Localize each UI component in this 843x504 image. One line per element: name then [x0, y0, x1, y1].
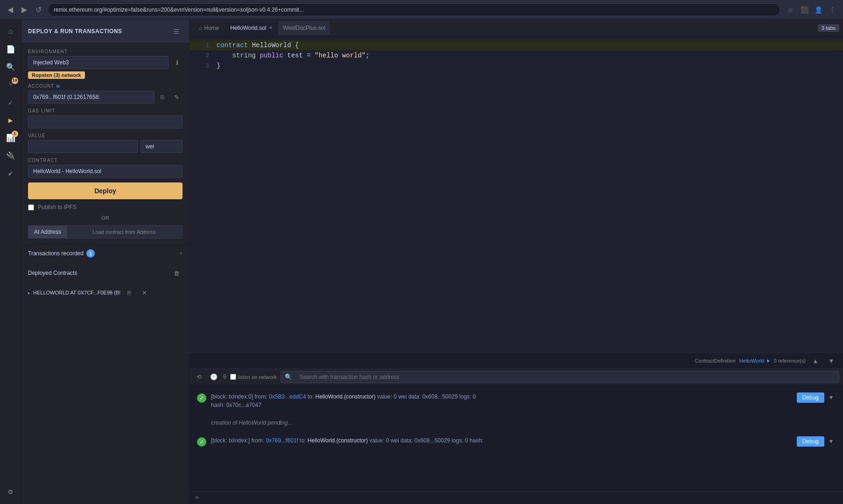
environment-row: Injected Web3 ℹ: [28, 56, 183, 69]
panel-content: ENVIRONMENT Injected Web3 ℹ Ropsten (3) …: [21, 43, 189, 244]
account-row: 0x769...f601f (0.12617658: ⎘ ✎: [28, 91, 183, 104]
environment-select[interactable]: Injected Web3: [28, 56, 169, 69]
at-address-button[interactable]: At Address: [28, 225, 67, 238]
search-bar[interactable]: 🔍: [281, 371, 839, 383]
instance-copy-icon[interactable]: ⎘: [123, 287, 135, 299]
expand-button-2[interactable]: ▾: [826, 436, 836, 446]
msg-actions-1: Debug ▾: [797, 392, 836, 403]
code-editor[interactable]: 1 contract HelloWorld { 2 string public …: [190, 36, 843, 352]
expand-button-1[interactable]: ▾: [826, 392, 836, 402]
account-copy-icon[interactable]: ⎘: [156, 91, 169, 103]
sidebar-icon-home[interactable]: ⌂: [2, 23, 19, 40]
browser-chrome: ◀ ▶ ↺ remix.ethereum.org/#optimize=false…: [0, 0, 843, 504]
sidebar-icon-plugins[interactable]: 🔌: [2, 147, 19, 164]
value-input[interactable]: 0: [28, 140, 138, 153]
tabs-count[interactable]: 3 tabs: [818, 24, 839, 32]
publish-ipfs-row: Publish to IPFS: [28, 204, 183, 210]
refresh-button[interactable]: ↺: [33, 4, 44, 15]
address-bar[interactable]: remix.ethereum.org/#optimize=false&runs=…: [48, 3, 780, 16]
output-area: ⟲ 🕐 0 listen on network 🔍: [190, 369, 843, 504]
output-msg-pending: creation of HelloWorld pending...: [193, 415, 839, 431]
contract-def-name: HelloWorld ➤: [739, 358, 770, 364]
line-number-3: 3: [195, 63, 209, 70]
contract-def-label: ContractDefinition: [695, 358, 735, 364]
terminal-prompt[interactable]: >: [190, 491, 843, 504]
collapse-ref-icon[interactable]: ▼: [825, 355, 837, 367]
sidebar-icon-settings[interactable]: ⚙: [2, 483, 19, 500]
code-content-1: contract HelloWorld {: [217, 42, 299, 49]
editor-bottom: ContractDefinition HelloWorld ➤ 0 refere…: [190, 352, 843, 504]
expand-ref-icon[interactable]: ▲: [809, 355, 822, 367]
back-button[interactable]: ◀: [5, 4, 16, 15]
success-icon-1: ✓: [197, 393, 206, 403]
value-unit-select[interactable]: wei gwei finney ether: [140, 140, 183, 153]
editor-area: ⌂ Home HelloWorld.sol ✕ WeldDocPlus.sol …: [190, 20, 843, 504]
success-icon-2: ✓: [197, 437, 206, 447]
tx-count-badge: 1: [86, 249, 95, 258]
sidebar-icon-git[interactable]: ⑂ 19: [2, 77, 19, 93]
value-label: VALUE: [28, 133, 183, 138]
gas-limit-input[interactable]: 3000000: [28, 115, 183, 128]
sidebar-icon-test[interactable]: ✔: [2, 165, 19, 182]
msg-hash-1: hash: 0x70c...a7047: [211, 402, 261, 408]
publish-ipfs-checkbox[interactable]: [28, 204, 34, 210]
account-edit-icon[interactable]: ✎: [170, 91, 183, 103]
extensions-icon[interactable]: ⬛: [798, 4, 810, 16]
sidebar-icon-deploy[interactable]: ▶: [2, 112, 19, 129]
helloworld-tab-close-icon[interactable]: ✕: [269, 25, 273, 30]
environment-info-icon[interactable]: ℹ: [171, 56, 183, 69]
network-badge: Ropsten (3) network: [28, 71, 85, 79]
transactions-chevron-icon: ▾: [180, 251, 183, 256]
sidebar-icon-search[interactable]: 🔍: [2, 59, 19, 76]
value-section: VALUE 0 wei gwei finney ether: [28, 133, 183, 153]
msg-pending-text: creation of HelloWorld pending...: [211, 420, 292, 426]
line-number-2: 2: [195, 52, 209, 59]
contract-select[interactable]: HelloWorld - HelloWorld.sol: [28, 165, 183, 178]
listen-checkbox-row: listen on network: [230, 374, 277, 380]
deployed-contracts-title: Deployed Contracts: [28, 270, 77, 276]
search-input[interactable]: [295, 371, 835, 383]
menu-icon[interactable]: ⋮: [826, 4, 838, 16]
deploy-button[interactable]: Deploy: [28, 182, 183, 199]
tab-helloworld[interactable]: HelloWorld.sol ✕: [225, 21, 277, 35]
load-contract-button[interactable]: Load contract from Address:: [67, 225, 183, 238]
listen-network-checkbox[interactable]: [230, 374, 236, 380]
line-number-1: 1: [195, 42, 209, 49]
sidebar-icon-files[interactable]: 📄: [2, 41, 19, 58]
tab-welddoc[interactable]: WeldDocPlus.sol: [278, 21, 330, 35]
transactions-section: Transactions recorded 1 ▾ Deployed Contr…: [21, 244, 189, 301]
output-toolbar: ⟲ 🕐 0 listen on network 🔍: [190, 369, 843, 385]
deploy-panel-title: DEPLOY & RUN TRANSACTIONS: [28, 28, 122, 35]
deployed-contracts-delete-icon[interactable]: 🗑: [170, 267, 183, 279]
at-address-row: At Address Load contract from Address:: [28, 225, 183, 238]
account-select[interactable]: 0x769...f601f (0.12617658:: [28, 91, 155, 104]
deployed-contracts-header[interactable]: Deployed Contracts 🗑: [21, 262, 189, 284]
analytics-badge: 1: [12, 131, 18, 137]
deploy-panel: DEPLOY & RUN TRANSACTIONS ☰ ENVIRONMENT …: [21, 20, 190, 504]
sidebar-icon-compile[interactable]: ✓: [2, 94, 19, 111]
code-line-3: 3 }: [190, 61, 843, 71]
instance-close-icon[interactable]: ✕: [138, 287, 150, 299]
debug-button-2[interactable]: Debug: [797, 436, 824, 447]
sidebar-icons: ⌂ 📄 🔍 ⑂ 19 ✓ ▶ 📊 1 🔌 ✔ ⚙: [0, 20, 21, 504]
msg-pending-content: creation of HelloWorld pending...: [211, 419, 836, 427]
sidebar-icon-analytics[interactable]: 📊 1: [2, 130, 19, 147]
gas-limit-section: GAS LIMIT 3000000: [28, 108, 183, 128]
transactions-header[interactable]: Transactions recorded 1 ▾: [21, 245, 189, 262]
msg-actions-2: Debug ▾: [797, 436, 836, 447]
account-add-icon[interactable]: ⊕: [56, 84, 60, 89]
forward-button[interactable]: ▶: [19, 4, 30, 15]
bookmark-icon[interactable]: ☆: [784, 4, 796, 16]
publish-ipfs-label: Publish to IPFS: [38, 204, 77, 210]
profile-icon[interactable]: 👤: [812, 4, 824, 16]
main-layout: ⌂ 📄 🔍 ⑂ 19 ✓ ▶ 📊 1 🔌 ✔ ⚙ DEPLOY & RUN TR…: [0, 20, 843, 504]
code-content-2: string public test = "hello world";: [217, 52, 370, 59]
debug-button-1[interactable]: Debug: [797, 392, 824, 403]
tab-home[interactable]: ⌂ Home: [193, 21, 225, 35]
search-icon: 🔍: [285, 373, 292, 381]
deploy-panel-menu-icon[interactable]: ☰: [170, 25, 183, 37]
instance-chevron-icon: ▸: [28, 290, 30, 295]
output-clear-icon[interactable]: ⟲: [193, 371, 204, 383]
git-badge: 19: [12, 77, 18, 84]
output-stop-icon[interactable]: 🕐: [208, 371, 219, 383]
